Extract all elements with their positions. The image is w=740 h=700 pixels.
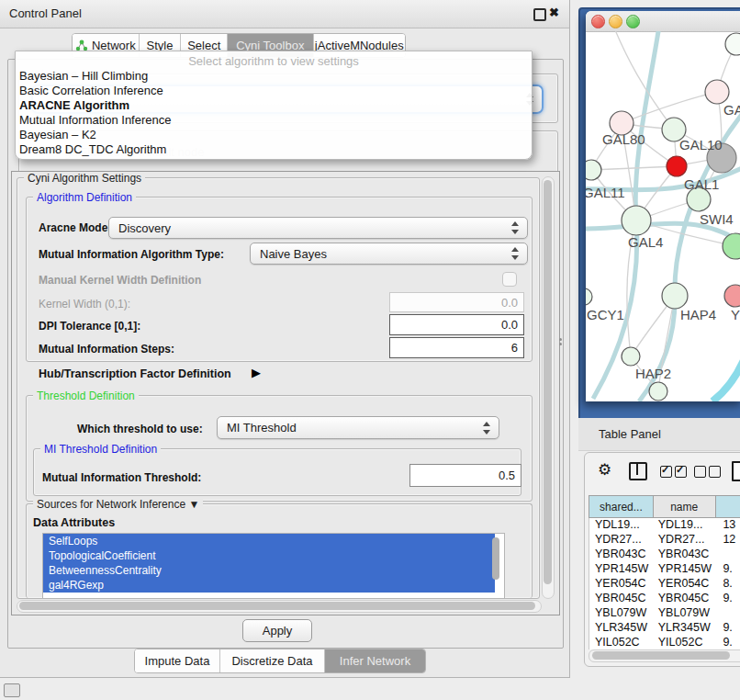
dropdown-item-selected[interactable]: ARACNE Algorithm — [19, 98, 524, 113]
expand-arrow-icon[interactable]: ▶ — [252, 366, 261, 379]
mi-threshold-field[interactable]: 0.5 — [409, 464, 521, 487]
node-hap4[interactable] — [662, 283, 688, 309]
node-gcy1[interactable] — [586, 288, 592, 305]
aracne-mode-label: Aracne Mode: — [39, 221, 111, 234]
node-unlabeled[interactable] — [649, 382, 667, 401]
table-row[interactable]: YBR043CYBR043C — [589, 548, 740, 562]
node-label: HAP4 — [680, 307, 716, 322]
dropdown-item[interactable]: Mutual Information Inference — [19, 113, 524, 128]
close-icon[interactable]: ✖ — [549, 6, 559, 19]
table-row[interactable]: YER054CYER054C8. — [589, 577, 740, 592]
list-scrollbar-thumb[interactable] — [492, 537, 499, 580]
horizontal-scrollbar-thumb[interactable] — [19, 602, 535, 610]
export-table-icon[interactable] — [732, 461, 740, 481]
control-panel-title: Control Panel — [9, 6, 82, 20]
mi-threshold-group-title: MI Threshold Definition — [40, 443, 161, 456]
minimize-traffic-light-icon[interactable] — [609, 15, 622, 28]
table-row[interactable]: YLR345WYLR345W9. — [589, 621, 740, 636]
column-header-name[interactable]: name — [654, 495, 716, 518]
control-panel-titlebar: Control Panel ✖ — [0, 0, 569, 28]
table-panel-title: Table Panel — [599, 427, 661, 441]
data-attributes-label: Data Attributes — [33, 516, 115, 529]
zoom-traffic-light-icon[interactable] — [626, 15, 640, 28]
table-header-row: shared... name — [589, 495, 740, 518]
deselect-all-checks-icon[interactable] — [694, 465, 721, 481]
close-traffic-light-icon[interactable] — [591, 15, 605, 28]
table-row[interactable]: YDR27...YDR27...12 — [589, 533, 740, 548]
mi-algorithm-type-combobox[interactable]: Naive Bayes — [250, 243, 528, 265]
control-panel-window: Control Panel ✖ Network Style Select Cyn… — [0, 0, 570, 678]
combo-spinner-icon — [483, 422, 490, 435]
node-unlabeled[interactable] — [725, 33, 740, 55]
table-row[interactable]: YBR045CYBR045C9. — [589, 592, 740, 606]
attribute-item[interactable]: SelfLoops — [43, 534, 495, 548]
network-view-window: GAL GAL80 GAL10 GAL1 GAL11 SWI4 GAL4 GCY… — [586, 11, 740, 401]
node-bright-green[interactable] — [723, 233, 740, 259]
horizontal-scrollbar[interactable] — [17, 600, 542, 613]
float-window-icon[interactable] — [533, 8, 546, 21]
table-panel-titlebar: Table Panel — [578, 418, 740, 451]
table-row[interactable]: YBL079WYBL079W — [589, 606, 740, 621]
combo-spinner-icon — [511, 247, 519, 260]
node-hap2[interactable] — [622, 347, 640, 366]
mi-steps-field[interactable]: 6 — [389, 337, 524, 358]
bottom-tabbar: Impute Data Discretize Data Infer Networ… — [134, 649, 426, 673]
node-gal1-red[interactable] — [667, 156, 687, 176]
table-toolbar: ⚙ — [585, 453, 740, 490]
table-horizontal-scrollbar[interactable] — [589, 649, 740, 662]
kernel-width-field[interactable]: 0.0 — [389, 292, 524, 312]
node-gal-pink[interactable] — [705, 80, 729, 104]
aracne-mode-combobox[interactable]: Discovery — [108, 217, 528, 239]
dropdown-item[interactable]: Dream8 DC_TDC Algorithm — [19, 142, 524, 157]
table-horizontal-scrollbar-thumb[interactable] — [592, 651, 730, 660]
vertical-scrollbar-thumb[interactable] — [544, 180, 552, 584]
node-label: GAL4 — [628, 234, 663, 250]
attribute-item[interactable]: gal4RGexp — [43, 578, 495, 593]
mi-steps-label: Mutual Information Steps: — [39, 343, 174, 356]
vertical-scrollbar[interactable] — [542, 176, 555, 599]
data-attributes-list: SelfLoops TopologicalCoefficient Between… — [42, 533, 505, 599]
tab-infer-network[interactable]: Infer Network — [325, 649, 425, 672]
table-panel: ⚙ shared... name YDL19...YDL19...13 YDR2… — [584, 452, 740, 667]
table-row[interactable]: YDL19...YDL19...13 — [589, 518, 740, 533]
node-label: Y — [731, 307, 740, 322]
combo-spinner-icon — [511, 221, 519, 234]
threshold-definition-title: Threshold Definition — [33, 390, 139, 402]
minimized-panel-icon[interactable] — [4, 683, 20, 697]
apply-button[interactable]: Apply — [242, 619, 312, 642]
node-label: GAL11 — [586, 185, 625, 200]
tab-impute-data[interactable]: Impute Data — [135, 649, 220, 672]
select-all-checks-icon[interactable] — [660, 465, 687, 481]
manual-kernel-width-checkbox[interactable] — [502, 272, 517, 287]
cyni-algorithm-settings-title: Cyni Algorithm Settings — [24, 172, 145, 185]
node-gal11[interactable] — [586, 160, 601, 180]
column-header-shared-name[interactable]: shared... — [589, 495, 654, 518]
network-canvas[interactable]: GAL GAL80 GAL10 GAL1 GAL11 SWI4 GAL4 GCY… — [586, 31, 740, 401]
hub-tf-definition-label: Hub/Transcription Factor Definition — [39, 367, 231, 380]
dpi-tolerance-label: DPI Tolerance [0,1]: — [39, 320, 140, 333]
algorithm-definition-title: Algorithm Definition — [33, 191, 136, 204]
node-label: GCY1 — [587, 307, 624, 322]
network-window-titlebar[interactable] — [586, 11, 740, 32]
split-pane-grip[interactable] — [559, 338, 563, 349]
node-gal4[interactable] — [622, 206, 651, 235]
dropdown-item[interactable]: Bayesian – K2 — [19, 128, 524, 142]
table-row[interactable]: YIL052CYIL052C9. — [589, 636, 740, 649]
attribute-item[interactable]: TopologicalCoefficient — [43, 548, 495, 563]
column-header-partial[interactable] — [716, 495, 740, 518]
table-row[interactable]: YPR145WYPR145W9. — [589, 562, 740, 577]
tab-discretize-data[interactable]: Discretize Data — [220, 649, 325, 672]
gear-icon[interactable]: ⚙ — [598, 460, 611, 480]
node-salmon[interactable] — [724, 285, 740, 307]
dropdown-item[interactable]: Basic Correlation Inference — [19, 84, 524, 98]
algorithm-dropdown-popup: Select algorithm to view settings Bayesi… — [15, 51, 533, 160]
node-label: GAL — [723, 102, 740, 118]
which-threshold-combobox[interactable]: MI Threshold — [217, 416, 499, 439]
edge-cyan — [712, 360, 740, 401]
dropdown-item[interactable]: Bayesian – Hill Climbing — [19, 69, 524, 84]
node-label: SWI4 — [700, 211, 734, 227]
attribute-item[interactable]: BetweennessCentrality — [43, 563, 495, 578]
dpi-tolerance-field[interactable]: 0.0 — [389, 314, 524, 335]
kernel-width-label: Kernel Width (0,1): — [39, 298, 130, 310]
column-selector-icon[interactable] — [629, 462, 647, 480]
